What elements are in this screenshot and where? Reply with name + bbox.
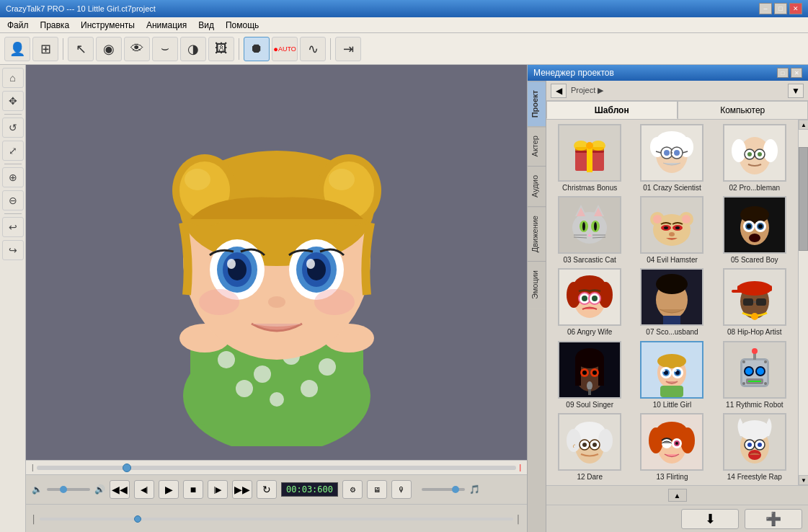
scroll-thumb[interactable] — [799, 147, 808, 251]
redo-button[interactable]: ↪ — [2, 240, 24, 260]
collapse-btn[interactable]: ▲ — [668, 489, 687, 502]
char-item-scousband[interactable]: 07 Sco...usband — [633, 268, 711, 336]
char-thumb-little-girl[interactable] — [640, 341, 703, 399]
char-item-scared-boy[interactable]: 05 Scared Boy — [716, 196, 794, 264]
char-thumb-soul-singer[interactable] — [558, 341, 621, 399]
prev-frame-button[interactable]: ◀| — [134, 480, 154, 499]
person-tool-btn[interactable]: 👤 — [4, 37, 30, 61]
timeline-thumb[interactable] — [123, 464, 131, 472]
char-thumb-hiphop-artist[interactable] — [723, 268, 786, 326]
char-thumb-flirting[interactable] — [640, 413, 703, 471]
speed-slider[interactable] — [422, 488, 465, 491]
record-tool-btn[interactable]: ⏺ — [244, 37, 270, 61]
minimize-button[interactable]: – — [759, 3, 772, 14]
second-timeline[interactable] — [40, 518, 513, 520]
vtab-project[interactable]: Проект — [528, 81, 546, 126]
char-thumb-dare[interactable] — [558, 413, 621, 471]
nav-back-btn[interactable]: ◀ — [551, 84, 567, 98]
tab-template[interactable]: Шаблон — [546, 101, 678, 119]
undo-button[interactable]: ↩ — [2, 217, 24, 237]
speed-thumb[interactable] — [452, 486, 459, 493]
collapse-area: ▲ — [546, 485, 808, 505]
volume-thumb[interactable] — [60, 486, 67, 493]
char-thumb-scared-boy[interactable] — [723, 196, 786, 254]
char-item-soul-singer[interactable]: 09 Soul Singer — [551, 341, 629, 409]
play-button[interactable]: ▶ — [159, 480, 179, 499]
menu-edit[interactable]: Правка — [36, 19, 74, 32]
loop-button[interactable]: ↻ — [257, 480, 277, 499]
filter-btn[interactable]: ▼ — [788, 84, 804, 98]
char-thumb-rhythmic-robot[interactable] — [723, 341, 786, 399]
menu-tools[interactable]: Инструменты — [76, 19, 139, 32]
char-item-angry-wife[interactable]: 06 Angry Wife — [551, 268, 629, 336]
second-thumb[interactable] — [134, 515, 141, 523]
char-item-freestyle-rap[interactable]: 14 Freestyle Rap — [716, 413, 794, 481]
move-button[interactable]: ✥ — [2, 91, 24, 111]
close-button[interactable]: ✕ — [789, 3, 802, 14]
download-action-btn[interactable]: ⬇ — [681, 509, 739, 529]
monitor-btn[interactable]: 🖥 — [367, 480, 387, 499]
char-thumb-evil-hamster[interactable] — [640, 196, 703, 254]
menu-view[interactable]: Вид — [194, 19, 218, 32]
scroll-down-btn[interactable]: ▼ — [799, 475, 808, 485]
char-item-hiphop-artist[interactable]: 08 Hip-Hop Artist — [716, 268, 794, 336]
stop-button[interactable]: ■ — [183, 480, 203, 499]
export-tool-btn[interactable]: ⇥ — [335, 37, 361, 61]
vtab-actor[interactable]: Актер — [528, 126, 546, 165]
char-item-crazy-scientist[interactable]: 01 Crazy Scientist — [633, 124, 711, 192]
auto-tool-btn[interactable]: ●AUTO — [272, 37, 298, 61]
rewind-button[interactable]: ◀◀ — [110, 480, 130, 499]
char-item-christmas-bonus[interactable]: Christmas Bonus — [551, 124, 629, 192]
menu-help[interactable]: Помощь — [221, 19, 263, 32]
char-thumb-christmas-bonus[interactable] — [558, 124, 621, 182]
profile-tool-btn[interactable]: ◑ — [180, 37, 206, 61]
maximize-button[interactable]: □ — [774, 3, 787, 14]
char-item-flirting[interactable]: 13 Flirting — [633, 413, 711, 481]
char-item-sarcastic-cat[interactable]: 03 Sarcastic Cat — [551, 196, 629, 264]
panel-close-btn[interactable]: ✕ — [791, 68, 802, 78]
grid-tool-btn[interactable]: ⊞ — [32, 37, 58, 61]
vtab-movement[interactable]: Движение — [528, 206, 546, 261]
char-thumb-crazy-scientist[interactable] — [640, 124, 703, 182]
scale-button[interactable]: ⤢ — [2, 141, 24, 161]
image-tool-btn[interactable]: 🖼 — [208, 37, 234, 61]
char-thumb-freestyle-rap[interactable] — [723, 413, 786, 471]
char-item-rhythmic-robot[interactable]: 11 Rythmic Robot — [716, 341, 794, 409]
char-item-evil-hamster[interactable]: 04 Evil Hamster — [633, 196, 711, 264]
tab-computer[interactable]: Компьютер — [678, 101, 809, 119]
timeline-bar[interactable]: | | — [26, 461, 527, 475]
menu-file[interactable]: Файл — [3, 19, 33, 32]
mouth-tool-btn[interactable]: ⌣ — [152, 37, 178, 61]
wave-tool-btn[interactable]: ∿ — [300, 37, 326, 61]
rotate-button[interactable]: ↺ — [2, 118, 24, 138]
timeline-track[interactable] — [37, 466, 517, 470]
panel-restore-btn[interactable]: □ — [777, 68, 789, 78]
char-thumb-scousband[interactable] — [640, 268, 703, 326]
char-thumb-sarcastic-cat[interactable] — [558, 196, 621, 254]
char-item-dare[interactable]: 12 Dare — [551, 413, 629, 481]
add-action-btn[interactable]: ➕ — [745, 509, 802, 529]
fast-forward-button[interactable]: ▶▶ — [232, 480, 252, 499]
char-item-little-girl[interactable]: 10 Little Girl — [633, 341, 711, 409]
svg-point-111 — [656, 274, 688, 294]
scroll-up-btn[interactable]: ▲ — [799, 120, 808, 130]
cursor-tool-btn[interactable]: ↖ — [68, 37, 94, 61]
next-frame-button[interactable]: |▶ — [208, 480, 228, 499]
volume-slider[interactable] — [47, 488, 90, 491]
mic-btn[interactable]: 🎙 — [391, 480, 412, 499]
vtab-emotions[interactable]: Эмоции — [528, 261, 546, 308]
time-settings-btn[interactable]: ⚙ — [342, 480, 363, 499]
char-thumb-angry-wife[interactable] — [558, 268, 621, 326]
viewport[interactable] — [26, 65, 527, 460]
head-tool-btn[interactable]: ◉ — [96, 37, 122, 61]
char-item-problemman[interactable]: 02 Pro...bleman — [716, 124, 794, 192]
zoom-out-button[interactable]: ⊖ — [2, 190, 24, 210]
thumb-svg — [641, 270, 702, 324]
home-button[interactable]: ⌂ — [2, 68, 24, 88]
vtab-audio[interactable]: Аудио — [528, 166, 546, 206]
scroll-track[interactable] — [799, 130, 808, 475]
char-thumb-problemman[interactable] — [723, 124, 786, 182]
menu-animation[interactable]: Анимация — [142, 19, 191, 32]
zoom-in-button[interactable]: ⊕ — [2, 167, 24, 187]
eye-tool-btn[interactable]: 👁 — [124, 37, 150, 61]
